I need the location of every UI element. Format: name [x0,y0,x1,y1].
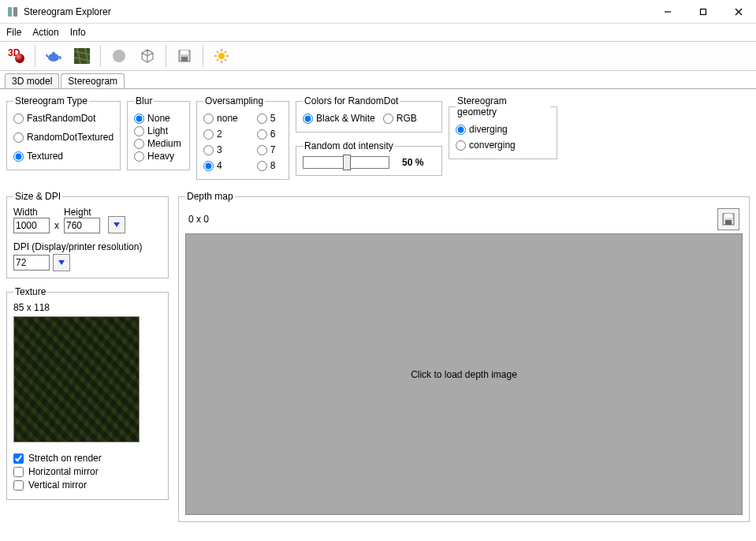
radio-os-7[interactable] [257,145,267,155]
svg-line-23 [217,59,218,61]
radio-blur-light[interactable] [134,126,144,136]
tab-3d-model[interactable]: 3D model [5,73,59,88]
label-converging: converging [469,140,516,151]
radio-os-2[interactable] [203,129,214,140]
menu-file[interactable]: File [6,27,21,38]
depth-load-area[interactable]: Click to load depth image [185,233,743,515]
tabs: 3D model Stereogram [0,71,756,88]
svg-rect-9 [52,52,55,54]
close-button[interactable] [721,0,756,24]
gray-sphere-icon[interactable] [107,44,131,68]
colors-legend: Colors for RandomDot [303,95,400,106]
tab-stereogram[interactable]: Stereogram [61,73,125,88]
radio-os-4[interactable] [203,161,214,171]
label-os-6: 6 [270,129,276,140]
radio-os-8[interactable] [257,161,267,171]
checkbox-stretch[interactable] [13,453,24,464]
label-hmirror: Horizontal mirror [28,466,99,477]
radio-textured[interactable] [13,151,24,162]
radio-os-none[interactable] [203,114,214,124]
cube-icon[interactable] [136,44,159,68]
checkbox-vmirror[interactable] [13,480,24,491]
stereogram-type-group: Stereogram Type FastRandomDot RandomDotT… [6,95,121,170]
maximize-button[interactable] [685,0,721,24]
menu-action[interactable]: Action [32,27,58,38]
blur-legend: Blur [134,95,154,106]
radio-blur-heavy[interactable] [134,151,144,162]
radio-os-3[interactable] [203,145,214,155]
svg-point-11 [113,50,125,62]
svg-rect-25 [724,214,732,218]
radio-rgb[interactable] [383,114,393,124]
dpi-input[interactable] [13,255,50,270]
svg-rect-3 [700,9,706,14]
x-label: x [54,220,59,233]
teapot-icon[interactable] [42,44,65,68]
size-dpi-legend: Size & DPI [13,191,62,202]
label-os-8: 8 [270,160,276,171]
toolbar: 3D [0,41,756,71]
svg-rect-14 [181,57,188,62]
sun-icon[interactable] [210,44,233,68]
menu-info[interactable]: Info [70,27,86,38]
svg-rect-13 [181,50,188,54]
label-os-none: none [217,113,238,124]
radio-blur-medium[interactable] [134,139,144,149]
radio-os-5[interactable] [257,114,267,124]
random-dot-intensity-group: Random dot intensity 50 % [296,140,442,176]
label-os-7: 7 [270,144,276,155]
dpi-dropdown-button[interactable] [53,254,70,271]
save-icon[interactable] [173,44,196,68]
oversampling-group: Oversampling none 2 3 4 5 6 7 8 [196,95,289,180]
titlebar: Stereogram Explorer [0,0,756,24]
label-fastrandomdot: FastRandomDot [27,113,95,124]
label-blur-medium: Medium [147,138,181,149]
radio-os-6[interactable] [257,129,267,140]
size-dropdown-button[interactable] [108,216,125,233]
toolbar-separator [166,45,166,67]
rdi-legend: Random dot intensity [303,140,395,151]
height-input[interactable] [64,218,100,233]
app-icon [6,6,19,18]
toolbar-separator [100,45,101,67]
stereogram-panel: Stereogram Type FastRandomDot RandomDotT… [0,88,756,528]
size-dpi-group: Size & DPI Width x Height [6,191,169,278]
label-os-4: 4 [217,160,222,171]
stereogram-type-legend: Stereogram Type [13,95,89,106]
radio-fastrandomdot[interactable] [13,114,24,124]
texture-group: Texture 85 x 118 Stretch on render Horiz… [6,286,169,500]
depth-save-button[interactable] [717,208,739,230]
radio-converging[interactable] [456,140,466,151]
label-blur-light: Light [147,125,168,136]
menubar: File Action Info [0,24,756,41]
svg-rect-0 [8,7,12,17]
texture-sample-icon[interactable] [70,44,94,68]
label-os-5: 5 [270,113,276,124]
label-stretch: Stretch on render [28,453,102,464]
depth-dims: 0 x 0 [188,214,209,225]
width-label: Width [13,207,50,218]
minimize-button[interactable] [650,0,685,24]
radio-blackwhite[interactable] [303,114,313,124]
toolbar-separator [35,45,35,67]
geometry-group: Stereogram geometry diverging converging [449,95,557,159]
svg-point-15 [218,53,225,59]
depth-placeholder: Click to load depth image [411,369,517,380]
width-input[interactable] [13,218,50,233]
3d-sphere-icon[interactable]: 3D [5,44,28,68]
radio-blur-none[interactable] [134,114,144,124]
texture-preview[interactable] [13,316,140,442]
rdi-slider[interactable] [303,156,389,169]
rdi-value: 50 % [402,157,423,168]
checkbox-hmirror[interactable] [13,467,24,477]
svg-point-7 [15,54,24,63]
svg-line-20 [217,51,218,53]
rdi-slider-thumb[interactable] [343,155,351,170]
label-vmirror: Vertical mirror [28,479,87,491]
radio-randomdottextured[interactable] [13,132,24,143]
texture-dims: 85 x 118 [13,302,162,313]
label-blur-none: None [147,113,170,124]
label-diverging: diverging [469,124,508,135]
radio-diverging[interactable] [456,125,466,135]
geometry-legend: Stereogram geometry [456,95,550,118]
